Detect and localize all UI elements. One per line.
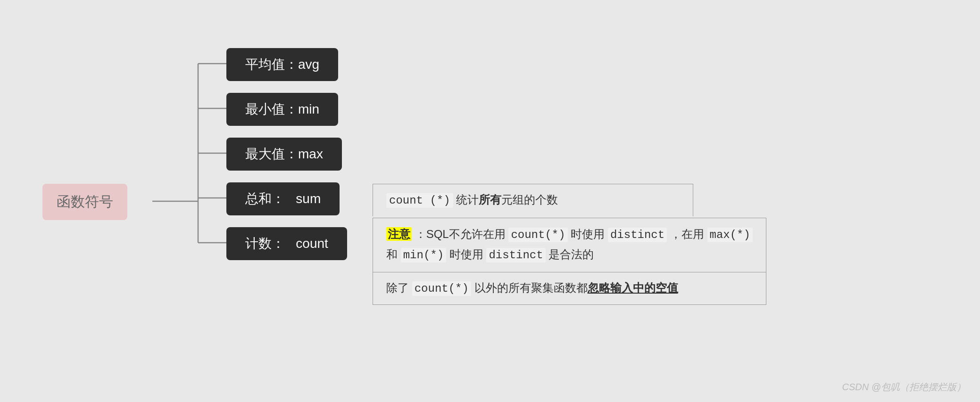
bottom-bold: 忽略输入中的空值 <box>588 281 678 294</box>
branch-min-label: 最小值：min <box>245 102 319 116</box>
note-code5: distinct <box>486 248 545 263</box>
branch-count: 计数： count <box>226 227 347 260</box>
note-text1: ：SQL不允许在用 <box>415 228 509 240</box>
branch-max-label: 最大值：max <box>245 147 323 161</box>
note-code4: min(*) <box>401 248 446 263</box>
bottom-text2: 以外的所有聚集函数都 <box>474 281 588 294</box>
info-box-bottom: 注意 ：SQL不允许在用 count(*) 时使用 distinct ，在用 m… <box>373 218 766 305</box>
branch-sum-label: 总和： sum <box>245 191 321 206</box>
info-bottom-section: 除了 count(*) 以外的所有聚集函数都忽略输入中的空值 <box>373 272 766 304</box>
branch-avg-label: 平均值：avg <box>245 57 319 72</box>
info-top-bold: 所有 <box>479 193 501 206</box>
info-top-code: count (*) <box>386 193 453 208</box>
branch-sum: 总和： sum <box>226 182 340 215</box>
note-text2: 时使用 <box>571 228 608 240</box>
branch-avg: 平均值：avg <box>226 48 338 81</box>
info-top-text1: 统计 <box>456 193 479 206</box>
note-highlight: 注意 <box>386 227 412 241</box>
info-note-section: 注意 ：SQL不允许在用 count(*) 时使用 distinct ，在用 m… <box>373 218 766 272</box>
root-node: 函数符号 <box>42 184 127 220</box>
note-code3: max(*) <box>707 228 753 242</box>
bottom-code: count(*) <box>412 281 471 296</box>
branch-max: 最大值：max <box>226 138 342 171</box>
branch-count-label: 计数： count <box>245 236 328 251</box>
info-top-text2: 元组的个数 <box>501 193 558 206</box>
note-code1: count(*) <box>508 228 567 242</box>
watermark: CSDN @包叽（拒绝摆烂版） <box>842 381 966 394</box>
root-label: 函数符号 <box>57 194 113 209</box>
note-line2-text3: 是合法的 <box>548 248 594 261</box>
bottom-text1: 除了 <box>386 281 412 294</box>
note-line2-text2: 时使用 <box>449 248 487 261</box>
note-code2: distinct <box>608 228 667 242</box>
info-box-top: count (*) 统计所有元组的个数 <box>373 184 693 216</box>
note-line2-text1: 和 <box>386 248 401 261</box>
branch-min: 最小值：min <box>226 93 338 126</box>
note-text3: ，在用 <box>670 228 707 240</box>
